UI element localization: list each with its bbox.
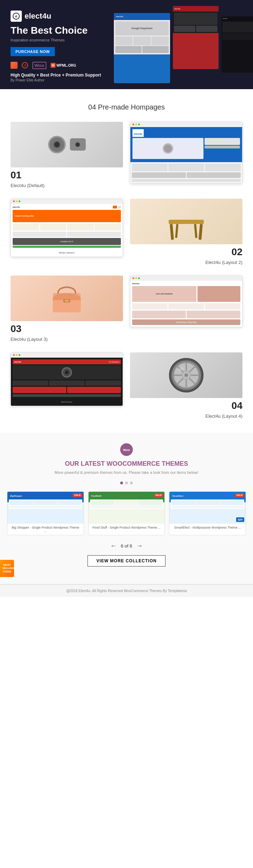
smartelect-price-badge: $29 [236,517,244,522]
hero-section: e elect4u The Best Choice Inspiration ec… [0,0,253,89]
woo-subtitle: More powerful & premium themes from us. … [7,470,246,475]
purchase-button[interactable]: PURCHASE NOW [11,47,55,56]
dot-2 [125,482,128,484]
refresh-icon: ↺ [22,62,28,68]
refresh-badge: ↺ [22,62,28,68]
homepage-3-browser: elect4u Let's Do Fashion [130,276,242,342]
dot-1 [120,482,123,484]
homepage-item-3: 03 Elect4u (Layout 3) [11,276,123,342]
svg-point-18 [184,373,188,377]
homepage-3-thumb [11,276,123,321]
view-more-button[interactable]: VIEW MORE COLLECTION [87,555,165,566]
theme-card-bigshopper[interactable]: BigShopper SALE Big Shopper [7,491,84,535]
prev-arrow[interactable]: ← [110,542,117,550]
homepage-item-2: 02 Elect4u (Layout 2) [130,199,242,265]
next-arrow[interactable]: → [136,542,143,550]
homepage-4-num: 04 [232,401,242,411]
homepage-1-num: 01 [11,170,21,180]
smartelect-sale-badge: SALE [235,493,244,497]
smartelect-label: SmartElect - Multipurpose Wordpress Them… [169,523,246,531]
woo-section: Woo OUR LATEST WOOCOMMERCE THEMES More p… [0,433,253,584]
hero-author: By Power Elite Author [11,78,109,82]
elementor-badge [11,62,18,69]
theme-smart-img: SmartElect SALE $29 [169,492,246,523]
woo-badge: Woo [32,62,46,69]
theme-card-foodstuff[interactable]: FoodStuff SALE Food Stuff - [88,491,165,535]
homepage-3-num: 03 [11,324,21,334]
hero-quality: High Quality + Best Price + Premium Supp… [11,73,109,78]
foodstuff-label: Food Stuff - Single Product Wordpress Th… [89,523,165,531]
homepage-4-browser: elect4u Car Speakers [11,352,123,419]
homepage-item-1: 01 Elect4u (Default) [11,122,123,188]
hero-screen-3: elect4u [221,16,253,73]
pagination: ← 6 of 6 → [7,542,246,550]
svg-text:e: e [15,14,17,18]
page-count: 6 of 6 [121,543,132,549]
theme-food-img: FoodStuff SALE [89,492,165,523]
hero-logo: e elect4u [11,11,109,22]
svg-text:Woo: Woo [123,448,130,452]
homepages-title: 04 Pre-made Hompages [11,103,242,111]
svg-rect-2 [169,220,204,224]
footer-text: @2018 Elect4u. All Rights Reserved WooCo… [66,589,187,593]
elementor-icon [11,62,18,69]
hero-screen-1: elect4u Google Daydream [114,13,170,83]
theme-bigshopper-img: BigShopper SALE [7,492,84,523]
woo-section-wrapper: BEST SELLING ITEMS Woo OUR LATEST WOOCOM… [0,433,253,584]
svg-rect-5 [175,224,178,238]
hero-screenshots: elect4u Google Daydream [112,0,253,89]
wpml-text: WPML.ORG [56,64,76,67]
furniture-icon [165,209,207,244]
wheel-icon [167,356,206,395]
homepage-2-num: 02 [232,247,242,257]
logo-icon: e [11,11,22,22]
woo-logo: Woo [120,443,133,456]
svg-rect-6 [194,224,197,238]
homepage-2-browser: elect4u Latest Coming Star [11,199,123,265]
foodstuff-sale-badge: SALE [154,493,163,497]
best-selling-badge: BEST SELLING ITEMS [0,560,14,577]
homepage-item-4: 04 Elect4u (Layout 4) [130,352,242,419]
homepage-1-thumb [11,122,123,167]
theme-card-smartelect[interactable]: SmartElect SALE $29 [169,491,246,535]
bag-icon [47,281,86,316]
theme-cards: BigShopper SALE Big Shopper [7,491,246,535]
woo-main-title: OUR LATEST WOOCOMMERCE THEMES [7,460,246,468]
homepage-1-browser: elect4u [130,122,242,188]
homepage-2-label: Elect4u (Layout 2) [205,260,242,265]
logo-text: elect4u [25,12,51,21]
woo-icon: Woo [120,443,133,456]
svg-rect-3 [170,224,174,240]
footer: @2018 Elect4u. All Rights Reserved WooCo… [0,584,253,597]
svg-rect-4 [199,224,203,240]
dot-3 [130,482,133,484]
dots-indicator [7,482,246,484]
homepages-grid: 01 Elect4u (Default) elect4u [11,122,242,419]
homepage-2-thumb [130,199,242,244]
svg-rect-9 [65,300,69,302]
hero-screen-2: elect4u [173,6,219,69]
homepage-4-label: Elect4u (Layout 4) [205,413,242,419]
bigshopper-sale-badge: SALE [73,493,82,497]
homepage-1-label: Elect4u (Default) [11,183,45,188]
homepage-4-thumb [130,352,242,398]
homepages-section: 04 Pre-made Hompages 01 Elect4u (Default… [0,89,253,433]
hero-title: The Best Choice [11,25,109,37]
wpml-badge: W WPML.ORG [51,63,76,68]
bigshopper-label: Big Shopper - Single Product Wordpress T… [7,523,84,535]
hero-subtitle: Inspiration ecommerce Themes [11,38,109,42]
hero-badges: ↺ Woo W WPML.ORG [11,62,109,69]
homepage-3-label: Elect4u (Layout 3) [11,337,48,342]
